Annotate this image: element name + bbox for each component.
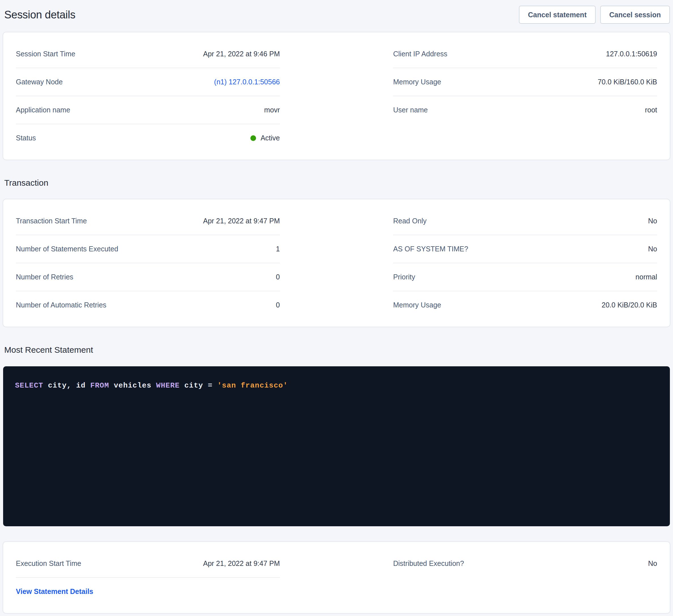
row-value: No xyxy=(648,217,657,225)
row-value: Apr 21, 2022 at 9:47 PM xyxy=(203,559,280,568)
page-title: Session details xyxy=(4,8,75,21)
row-label: Execution Start Time xyxy=(16,559,81,568)
row-label: Client IP Address xyxy=(393,49,447,58)
row-label: User name xyxy=(393,105,428,114)
transaction-grid: Transaction Start Time Apr 21, 2022 at 9… xyxy=(16,207,657,319)
session-details-page: Session details Cancel statement Cancel … xyxy=(0,0,673,613)
read-only-row: Read Only No xyxy=(393,207,657,235)
active-status-dot-icon xyxy=(250,135,256,141)
priority-row: Priority normal xyxy=(393,263,657,291)
row-label: AS OF SYSTEM TIME? xyxy=(393,245,468,253)
number-of-retries-row: Number of Retries 0 xyxy=(16,263,280,291)
gateway-node-row: Gateway Node (n1) 127.0.0.1:50566 xyxy=(16,68,280,96)
row-label: Application name xyxy=(16,105,70,114)
as-of-system-time-row: AS OF SYSTEM TIME? No xyxy=(393,235,657,263)
sql-keyword: SELECT xyxy=(15,381,43,390)
row-label: Distributed Execution? xyxy=(393,559,464,568)
row-value: No xyxy=(648,245,657,253)
application-name-row: Application name movr xyxy=(16,96,280,124)
row-label: Status xyxy=(16,133,36,142)
row-label: Priority xyxy=(393,273,415,281)
row-value: 1 xyxy=(276,245,280,253)
view-statement-details-link[interactable]: View Statement Details xyxy=(16,587,93,595)
page-header: Session details Cancel statement Cancel … xyxy=(3,4,670,24)
session-memory-usage-row: Memory Usage 70.0 KiB/160.0 KiB xyxy=(393,68,657,96)
row-value: 0 xyxy=(276,273,280,281)
sql-keyword: FROM xyxy=(90,381,109,390)
transaction-right-column: Read Only No AS OF SYSTEM TIME? No Prior… xyxy=(393,207,657,319)
status-badge: Active xyxy=(261,134,280,142)
distributed-execution-row: Distributed Execution? No xyxy=(393,550,657,577)
session-summary-left-column: Session Start Time Apr 21, 2022 at 9:46 … xyxy=(16,40,280,152)
execution-grid: Execution Start Time Apr 21, 2022 at 9:4… xyxy=(16,550,657,605)
row-label: Transaction Start Time xyxy=(16,217,87,225)
gateway-node-link[interactable]: (n1) 127.0.0.1:50566 xyxy=(214,77,280,86)
sql-string-literal: 'san francisco' xyxy=(217,381,288,390)
row-label: Number of Automatic Retries xyxy=(16,301,106,309)
status-row: Status Active xyxy=(16,124,280,152)
session-start-time-row: Session Start Time Apr 21, 2022 at 9:46 … xyxy=(16,40,280,68)
row-value: root xyxy=(645,105,657,114)
cancel-session-button[interactable]: Cancel session xyxy=(600,6,670,24)
execution-card: Execution Start Time Apr 21, 2022 at 9:4… xyxy=(3,542,670,613)
view-statement-details-row: View Statement Details xyxy=(16,578,280,605)
cancel-statement-button[interactable]: Cancel statement xyxy=(519,6,596,24)
session-summary-card: Session Start Time Apr 21, 2022 at 9:46 … xyxy=(3,32,670,160)
sql-plain-text: city = xyxy=(180,381,217,390)
row-label: Number of Retries xyxy=(16,273,73,281)
row-value: 20.0 KiB/20.0 KiB xyxy=(602,301,657,309)
row-label: Memory Usage xyxy=(393,77,441,86)
row-label: Memory Usage xyxy=(393,301,441,309)
row-value: 127.0.0.1:50619 xyxy=(606,49,657,58)
row-value: Apr 21, 2022 at 9:46 PM xyxy=(203,49,280,58)
transaction-left-column: Transaction Start Time Apr 21, 2022 at 9… xyxy=(16,207,280,319)
transaction-card: Transaction Start Time Apr 21, 2022 at 9… xyxy=(3,199,670,327)
transaction-memory-usage-row: Memory Usage 20.0 KiB/20.0 KiB xyxy=(393,291,657,319)
sql-keyword: WHERE xyxy=(156,381,180,390)
sql-statement-box: SELECT city, id FROM vehicles WHERE city… xyxy=(3,366,670,526)
client-ip-row: Client IP Address 127.0.0.1:50619 xyxy=(393,40,657,68)
row-label: Session Start Time xyxy=(16,49,75,58)
execution-start-time-row: Execution Start Time Apr 21, 2022 at 9:4… xyxy=(16,550,280,578)
automatic-retries-row: Number of Automatic Retries 0 xyxy=(16,291,280,319)
execution-right-column: Distributed Execution? No xyxy=(393,550,657,605)
user-name-row: User name root xyxy=(393,96,657,124)
header-actions: Cancel statement Cancel session xyxy=(519,6,670,24)
session-summary-right-column: Client IP Address 127.0.0.1:50619 Memory… xyxy=(393,40,657,152)
row-label: Number of Statements Executed xyxy=(16,245,118,253)
statement-section-heading: Most Recent Statement xyxy=(4,345,670,355)
row-value: Apr 21, 2022 at 9:47 PM xyxy=(203,217,280,225)
row-value: 0 xyxy=(276,301,280,309)
sql-statement-text: SELECT city, id FROM vehicles WHERE city… xyxy=(15,381,288,390)
row-value: movr xyxy=(264,105,280,114)
sql-plain-text: city, id xyxy=(43,381,90,390)
row-label: Gateway Node xyxy=(16,77,63,86)
status-value: Active xyxy=(250,133,280,142)
execution-left-column: Execution Start Time Apr 21, 2022 at 9:4… xyxy=(16,550,280,605)
sql-plain-text: vehicles xyxy=(109,381,156,390)
transaction-start-time-row: Transaction Start Time Apr 21, 2022 at 9… xyxy=(16,207,280,235)
statements-executed-row: Number of Statements Executed 1 xyxy=(16,235,280,263)
row-value: normal xyxy=(636,273,657,281)
session-summary-grid: Session Start Time Apr 21, 2022 at 9:46 … xyxy=(16,40,657,152)
row-value: No xyxy=(648,559,657,568)
transaction-section-heading: Transaction xyxy=(4,178,670,188)
row-label: Read Only xyxy=(393,217,427,225)
row-value: 70.0 KiB/160.0 KiB xyxy=(598,77,657,86)
